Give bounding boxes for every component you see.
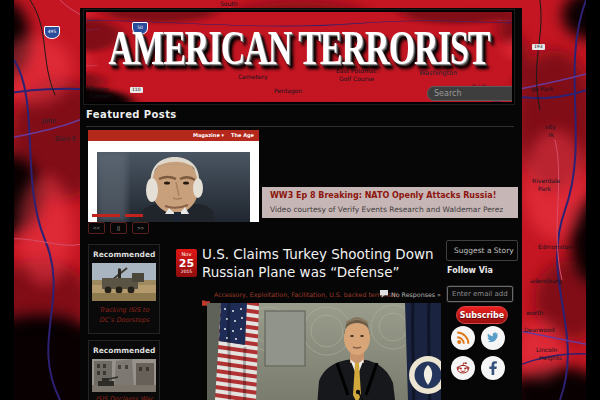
- recommended-thumb-rubble[interactable]: [92, 359, 156, 392]
- carousel-controls: << || >>: [88, 222, 149, 234]
- map-label: Lincoln: [536, 347, 557, 353]
- carousel-pause-button[interactable]: ||: [110, 222, 127, 234]
- map-label: sity: [545, 124, 556, 130]
- featured-slide[interactable]: Magazine ▾ The Age: [88, 130, 259, 222]
- left-black-bar: [0, 0, 14, 400]
- recommended-caption[interactable]: Tracking ISIS to DC’s Doorsteps: [92, 306, 156, 326]
- article-responses-link[interactable]: No Responses »: [380, 290, 441, 299]
- email-field[interactable]: [447, 286, 513, 302]
- featured-caption-subtitle: Video courtesy of Verify Events Research…: [270, 206, 510, 214]
- recommended-box-1: Recommended Tracking ISIS to DC’s Doorst…: [88, 244, 160, 334]
- map-label: Park: [538, 186, 551, 192]
- search-input[interactable]: [427, 86, 514, 101]
- suggest-a-story-link[interactable]: Suggest a Story: [446, 240, 518, 261]
- map-label: Corners: [90, 93, 113, 99]
- site-title: AMERICAN TERRORIST: [86, 21, 512, 75]
- follow-via-heading: Follow Via: [447, 266, 493, 275]
- site-banner: 50 Seven Corners 110 Cemetery Pentagon S…: [84, 10, 514, 104]
- right-black-bar: [586, 0, 600, 400]
- brzezinski-photo: [97, 152, 250, 222]
- map-label: adensburg: [530, 278, 562, 284]
- route-badge: 193: [532, 44, 545, 50]
- map-label: Riverdale: [532, 178, 560, 184]
- magazine-headline-snippet: [92, 214, 143, 217]
- article-date-badge: Nov 25 2015: [176, 249, 197, 277]
- map-label: Glen E: [55, 136, 76, 143]
- carousel-next-button[interactable]: >>: [132, 222, 149, 234]
- comment-icon: [380, 290, 388, 299]
- map-label: Pentagon: [274, 88, 302, 94]
- map-label: Heights: [539, 355, 562, 361]
- route-shield: 495: [44, 26, 60, 39]
- route-badge: 110: [130, 87, 143, 93]
- article-title[interactable]: U.S. Claims Turkey Shooting Down Russian…: [202, 246, 446, 281]
- map-label: rk: [548, 132, 554, 138]
- map-label: Golf Course: [339, 76, 374, 82]
- featured-posts-heading: Featured Posts: [86, 109, 514, 127]
- magazine-brand-label: The Age: [231, 133, 254, 138]
- reddit-icon[interactable]: [451, 356, 475, 380]
- recommended-caption[interactable]: ISIS Declares War On: [92, 395, 156, 400]
- recommended-heading: Recommended: [93, 346, 156, 355]
- magazine-menu-label: Magazine ▾: [193, 133, 224, 138]
- responses-label: No Responses »: [391, 291, 441, 298]
- article-image-press-briefing: [207, 303, 441, 400]
- magazine-topbar: Magazine ▾ The Age: [88, 130, 259, 141]
- recommended-box-2: Recommended ISIS Declares War On: [88, 340, 160, 400]
- carousel-prev-button[interactable]: <<: [88, 222, 105, 234]
- facebook-icon[interactable]: [481, 356, 505, 380]
- rss-icon[interactable]: [451, 326, 475, 350]
- recommended-thumb-military-vehicle[interactable]: [92, 263, 156, 301]
- subscribe-button[interactable]: Subscribe: [456, 306, 508, 324]
- map-label: Dearwood: [524, 327, 555, 333]
- map-label: ge Park: [531, 86, 553, 92]
- map-label: South: [220, 1, 237, 7]
- twitter-icon[interactable]: [481, 326, 505, 350]
- map-label: worth: [526, 310, 543, 316]
- date-year: 2015: [176, 269, 197, 274]
- featured-caption: WW3 Ep 8 Breaking: NATO Openly Attacks R…: [262, 187, 518, 218]
- map-label: John: [42, 118, 56, 125]
- page: South 495 193 ge Park sity rk John Glen …: [0, 0, 600, 400]
- map-label: Edmonston: [538, 244, 572, 250]
- recommended-heading: Recommended: [93, 250, 156, 259]
- featured-caption-title: WW3 Ep 8 Breaking: NATO Openly Attacks R…: [270, 192, 510, 200]
- date-day: 25: [176, 258, 197, 269]
